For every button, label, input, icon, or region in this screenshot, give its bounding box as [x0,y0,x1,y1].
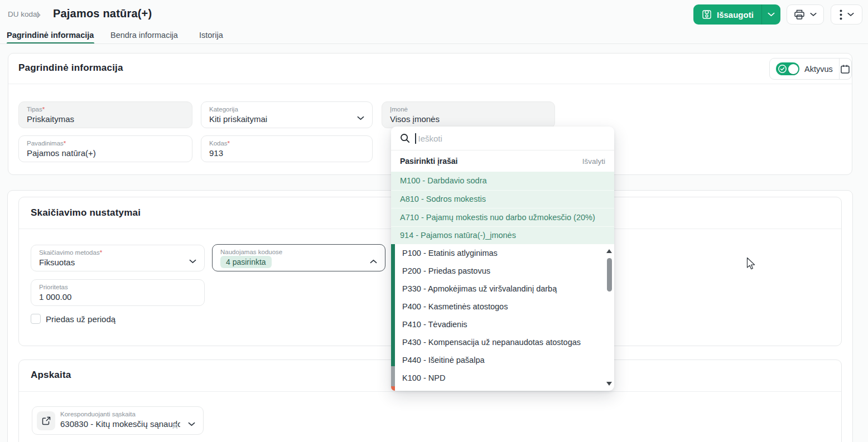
printer-icon [794,9,805,20]
dropdown-search-row [391,127,614,150]
check-circle-icon [778,64,787,76]
kategorija-field[interactable]: Kategorija Kiti priskaitymai [201,101,373,128]
toggle-knob [788,64,798,74]
kategorija-label: Kategorija [209,106,364,113]
breadcrumb[interactable]: DU kodai [8,10,39,18]
search-input[interactable] [417,133,606,144]
prioritetas-label: Prioritetas [39,284,196,290]
selected-count-chip: 4 pasirinkta [220,256,272,268]
tipas-label: Tipas [27,106,42,113]
kategorija-value: Kiti priskaitymai [209,114,364,124]
page-title: Pajamos natūra(+) [53,7,152,20]
calc-settings-title: Skaičiavimo nustatymai [31,207,141,218]
open-account-button[interactable] [37,411,55,430]
pavadinimas-field[interactable]: Pavadinimas* Pajamos natūra(+) [18,135,192,162]
metodas-value: Fiksuotas [39,258,196,267]
tab-pagrindine-informacija[interactable]: Pagrindinė informacija [7,31,94,40]
list-progress-bar [391,244,395,391]
options-list: P100 - Etatinis atlyginimas P200 - Pried… [395,244,605,391]
kodas-field[interactable]: Kodas* 913 [201,135,373,162]
save-icon [702,9,712,20]
save-options-button[interactable] [762,4,780,25]
apskaita-title: Apskaita [31,370,71,381]
status-box: Aktyvus [769,58,852,80]
text-caret [415,133,416,144]
card-header-divider [8,84,852,84]
scrollbar-thumb[interactable] [607,258,612,292]
active-toggle[interactable] [776,62,799,75]
more-actions-button[interactable] [831,4,862,25]
list-item[interactable]: P200 - Priedas pastovus [395,262,605,280]
chevron-down-icon [188,419,195,429]
kodas-value: 913 [209,148,364,158]
required-mark: * [228,140,230,147]
koresponduojanti-saskaita-field[interactable]: Koresponduojanti sąskaita 630830 - Kitų … [32,406,204,435]
chevron-down-icon [357,113,364,123]
list-item[interactable]: P400 - Kasmetinės atostogos [395,298,605,315]
list-item-selected[interactable]: A710 - Pajamų mokestis nuo darbo užmokes… [391,208,614,226]
scrollbar[interactable] [605,244,614,391]
clear-selection-link[interactable]: Išvalyti [582,157,605,166]
tab-istorija[interactable]: Istorija [199,31,223,40]
priedas-uz-perioda-label: Priedas už periodą [46,314,115,324]
priedas-uz-perioda-checkbox[interactable] [31,314,41,324]
list-item[interactable]: P100 - Etatinis atlyginimas [395,244,605,262]
codes-dropdown-panel: Pasirinkti įrašai Išvalyti M100 - Darbda… [391,127,614,391]
list-item[interactable]: P330 - Apmokėjimas už viršvalandinį darb… [395,280,605,298]
koduose-label: Naudojamas koduose [220,249,377,255]
chevron-down-icon [810,12,817,17]
list-item-selected[interactable]: A810 - Sodros mokestis [391,190,614,208]
external-link-icon [42,416,51,425]
clear-icon[interactable]: ✕ [171,421,179,431]
list-item[interactable]: P440 - Išeitinė pašalpa [395,351,605,369]
list-item[interactable]: P410 - Tėvadienis [395,315,605,333]
save-button-label: Išsaugoti [717,10,754,20]
print-button[interactable] [787,4,824,25]
active-toggle-label: Aktyvus [804,65,833,74]
required-mark: * [100,249,102,256]
scroll-up-arrow[interactable] [606,249,612,253]
required-mark: * [64,140,66,147]
tipas-value: Priskaitymas [27,114,184,124]
calendar-icon [840,64,850,74]
tipas-field: Tipas* Priskaitymas [18,101,192,128]
selected-records-header: Pasirinkti įrašai Išvalyti [391,150,614,172]
save-button[interactable]: Išsaugoti [693,4,780,25]
main-info-card-title: Pagrindinė informacija [18,62,123,74]
tab-bendra-informacija[interactable]: Bendra informacija [110,31,178,40]
progress-segment-gray [391,366,395,386]
kebab-menu-icon [840,9,842,20]
list-item-selected[interactable]: 914 - Pajamos natūra(-)_įmonės [391,226,614,245]
saskaita-value: 630830 - Kitų mokesčių sąnaudos [60,419,180,429]
list-item[interactable]: K100 - NPD [395,369,605,387]
pavadinimas-value: Pajamos natūra(+) [27,148,184,158]
imone-field: Įmonė Visos įmonės [382,101,555,128]
breadcrumb-chevron-icon [36,11,41,21]
search-icon [400,133,410,143]
saskaita-label: Koresponduojanti sąskaita [60,411,180,417]
list-item[interactable]: P430 - Kompensacija už nepanaudotas atos… [395,333,605,351]
naudojamas-koduose-field[interactable]: Naudojamas koduose 4 pasirinkta [212,244,385,271]
progress-segment-green [391,244,395,366]
imone-value: Visos įmonės [390,114,547,124]
validity-calendar-button[interactable] [840,64,851,74]
metodas-label: Skaičiavimo metodas [39,249,100,256]
selected-records-label: Pasirinkti įrašai [400,157,582,166]
scroll-down-arrow[interactable] [606,382,612,386]
prioritetas-field[interactable]: Prioritetas 1 000.00 [31,279,205,306]
imone-label: Įmonė [390,106,547,113]
chevron-down-icon [768,12,775,17]
skaiciavimo-metodas-field[interactable]: Skaičiavimo metodas* Fiksuotas [31,245,205,271]
page: DU kodai Pajamos natūra(+) Pagrindinė in… [0,0,868,442]
tabs-divider [0,43,868,44]
card-header-divider [19,391,841,392]
selected-items-list: M100 - Darbdavio sodra A810 - Sodros mok… [391,172,614,244]
prioritetas-value: 1 000.00 [39,292,196,302]
chevron-down-icon [847,12,854,17]
required-mark: * [42,106,45,113]
chevron-up-icon [370,256,377,266]
kodas-label: Kodas [209,140,228,147]
list-item-selected[interactable]: M100 - Darbdavio sodra [391,172,614,190]
pavadinimas-label: Pavadinimas [27,140,64,147]
chevron-down-icon [189,256,196,266]
